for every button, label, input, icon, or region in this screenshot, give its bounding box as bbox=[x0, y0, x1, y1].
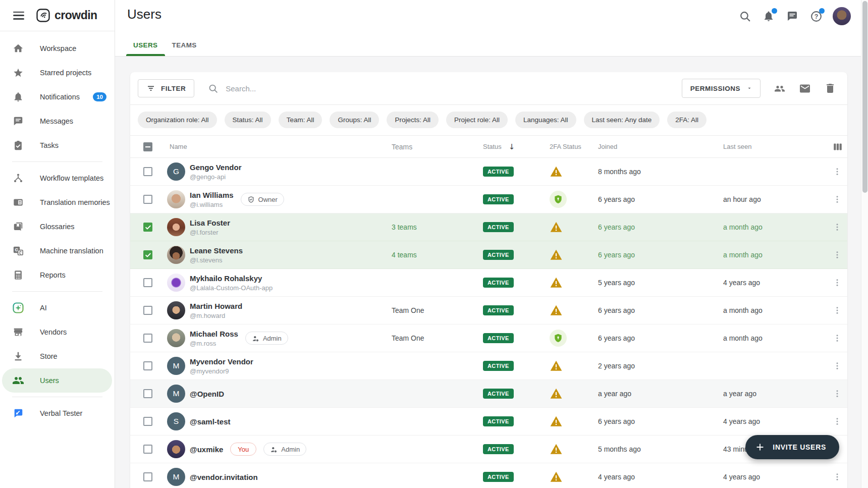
table-row[interactable]: Leane Stevens@l.stevens4 teamsACTIVE6 ye… bbox=[130, 241, 847, 269]
filter-chip-groups[interactable]: Groups: All bbox=[330, 112, 379, 128]
row-menu-icon[interactable] bbox=[832, 415, 842, 427]
permissions-dropdown[interactable]: PERMISSIONS bbox=[682, 79, 761, 98]
sidebar-item-users[interactable]: Users bbox=[2, 368, 112, 393]
filter-chip-team[interactable]: Team: All bbox=[279, 112, 322, 128]
add-to-team-icon[interactable] bbox=[774, 82, 786, 94]
tab-teams[interactable]: TEAMS bbox=[165, 34, 204, 56]
sidebar-item-label: AI bbox=[40, 304, 47, 312]
admin-chip: Admin bbox=[263, 443, 306, 456]
row-checkbox[interactable] bbox=[143, 250, 152, 259]
row-checkbox[interactable] bbox=[143, 278, 152, 287]
scrollbar-thumb[interactable] bbox=[862, 1, 867, 193]
row-checkbox[interactable] bbox=[143, 306, 152, 315]
page-scrollbar[interactable] bbox=[861, 0, 868, 488]
filter-chip-last-seen[interactable]: Last seen: Any date bbox=[584, 112, 660, 128]
row-checkbox[interactable] bbox=[143, 417, 152, 426]
table-row[interactable]: GGengo Vendor@gengo-apiACTIVE8 months ag… bbox=[130, 158, 847, 186]
row-menu-icon[interactable] bbox=[832, 277, 842, 289]
sidebar-item-tasks[interactable]: Tasks bbox=[0, 133, 115, 157]
sidebar-item-store[interactable]: Store bbox=[0, 344, 115, 368]
filter-chip-organization-role[interactable]: Organization role: All bbox=[138, 112, 217, 128]
filter-button-label: FILTER bbox=[161, 85, 186, 92]
row-checkbox[interactable] bbox=[143, 472, 152, 481]
teams-cell[interactable]: 3 teams bbox=[392, 223, 417, 231]
table-row[interactable]: Martin Howard@m.howardTeam OneACTIVE6 ye… bbox=[130, 297, 847, 324]
users-card: FILTER PERMISSIONS bbox=[130, 72, 847, 488]
row-menu-icon[interactable] bbox=[832, 388, 842, 400]
row-checkbox[interactable] bbox=[143, 195, 152, 204]
table-row[interactable]: Lisa Foster@l.forster3 teamsACTIVE6 year… bbox=[130, 213, 847, 241]
status-badge: ACTIVE bbox=[483, 333, 514, 343]
vendors-icon bbox=[12, 326, 24, 338]
hamburger-menu-icon[interactable] bbox=[13, 12, 24, 20]
row-checkbox[interactable] bbox=[143, 361, 152, 370]
svg-text:?: ? bbox=[814, 13, 818, 20]
sidebar-item-messages[interactable]: Messages bbox=[0, 109, 115, 133]
avatar bbox=[167, 301, 185, 319]
column-settings-icon[interactable] bbox=[832, 141, 844, 153]
sidebar-item-notifications[interactable]: Notifications10 bbox=[0, 85, 115, 109]
sidebar-item-verbal-tester[interactable]: Verbal Tester bbox=[0, 401, 115, 425]
sidebar-item-starred-projects[interactable]: Starred projects bbox=[0, 61, 115, 85]
avatar bbox=[167, 246, 185, 264]
row-menu-icon[interactable] bbox=[832, 471, 842, 483]
sidebar-item-glossaries[interactable]: Glossaries bbox=[0, 214, 115, 239]
sidebar-item-machine-translation[interactable]: GMachine translation bbox=[0, 239, 115, 263]
table-row[interactable]: M@vendor.invitationACTIVE4 years ago4 ye… bbox=[130, 463, 847, 488]
row-menu-icon[interactable] bbox=[832, 221, 842, 233]
table-row[interactable]: Michael Ross@m.rossAdminTeam OneACTIVE6 … bbox=[130, 324, 847, 352]
row-checkbox[interactable] bbox=[143, 334, 152, 343]
row-checkbox[interactable] bbox=[143, 389, 152, 398]
sidebar-item-label: Notifications bbox=[40, 93, 80, 101]
row-checkbox[interactable] bbox=[143, 167, 152, 176]
filter-button[interactable]: FILTER bbox=[138, 79, 194, 97]
table-row[interactable]: @uxmikeYouAdminACTIVE5 months ago43 minu… bbox=[130, 436, 847, 463]
teams-cell[interactable]: 4 teams bbox=[392, 251, 417, 259]
table-row[interactable]: S@saml-testACTIVE6 years ago4 years ago bbox=[130, 408, 847, 436]
filter-chip-2fa[interactable]: 2FA: All bbox=[667, 112, 707, 128]
filter-chip-projects[interactable]: Projects: All bbox=[387, 112, 439, 128]
row-menu-icon[interactable] bbox=[832, 166, 842, 178]
notifications-icon[interactable] bbox=[762, 10, 775, 23]
sidebar-item-ai[interactable]: AI bbox=[0, 296, 115, 320]
table-row[interactable]: MMyvendor Vendor@myvendor9ACTIVE2 years … bbox=[130, 352, 847, 380]
user-name: Mykhailo Rohalskyy bbox=[190, 274, 273, 283]
sidebar-item-label: Workflow templates bbox=[40, 174, 103, 182]
row-menu-icon[interactable] bbox=[832, 304, 842, 316]
status-badge: ACTIVE bbox=[483, 278, 514, 288]
sidebar-item-workspace[interactable]: Workspace bbox=[0, 36, 115, 61]
sidebar-item-reports[interactable]: Reports bbox=[0, 263, 115, 287]
row-menu-icon[interactable] bbox=[832, 249, 842, 261]
search-icon[interactable] bbox=[738, 10, 751, 23]
sidebar-divider bbox=[12, 161, 102, 162]
row-menu-icon[interactable] bbox=[832, 332, 842, 344]
row-checkbox[interactable] bbox=[143, 223, 152, 232]
table-row[interactable]: M@OpenIDACTIVEa year agoa year ago bbox=[130, 380, 847, 408]
filter-chip-status[interactable]: Status: All bbox=[225, 112, 271, 128]
row-menu-icon[interactable] bbox=[832, 360, 842, 372]
table-row[interactable]: Ian Williams@i.williamsOwnerACTIVE6 year… bbox=[130, 186, 847, 213]
messages-icon[interactable] bbox=[786, 10, 799, 23]
sidebar-item-vendors[interactable]: Vendors bbox=[0, 320, 115, 344]
sidebar-item-translation-memories[interactable]: Translation memories bbox=[0, 190, 115, 214]
tab-users[interactable]: USERS bbox=[126, 34, 165, 56]
sidebar-item-label: Workspace bbox=[40, 44, 76, 52]
column-header-status[interactable]: Status↓ bbox=[483, 142, 544, 151]
sidebar-item-workflow-templates[interactable]: Workflow templates bbox=[0, 166, 115, 190]
select-all-checkbox[interactable] bbox=[143, 142, 152, 151]
table-row[interactable]: Mykhailo Rohalskyy@Lalala-Custom-OAuth-a… bbox=[130, 269, 847, 297]
crowdin-logo[interactable]: crowdin bbox=[36, 9, 97, 22]
user-avatar[interactable] bbox=[833, 7, 851, 25]
joined-cell: 6 years ago bbox=[598, 195, 723, 203]
row-checkbox[interactable] bbox=[143, 445, 152, 454]
joined-cell: 6 years ago bbox=[598, 334, 723, 342]
invite-users-button[interactable]: INVITE USERS bbox=[745, 435, 839, 459]
mail-icon[interactable] bbox=[799, 82, 811, 94]
trash-icon[interactable] bbox=[824, 82, 836, 94]
search-input[interactable] bbox=[226, 84, 387, 93]
row-menu-icon[interactable] bbox=[832, 193, 842, 205]
filter-chip-languages[interactable]: Languages: All bbox=[515, 112, 576, 128]
help-icon[interactable]: ? bbox=[809, 10, 823, 23]
filter-chip-project-role[interactable]: Project role: All bbox=[446, 112, 508, 128]
sidebar-divider bbox=[12, 291, 102, 292]
